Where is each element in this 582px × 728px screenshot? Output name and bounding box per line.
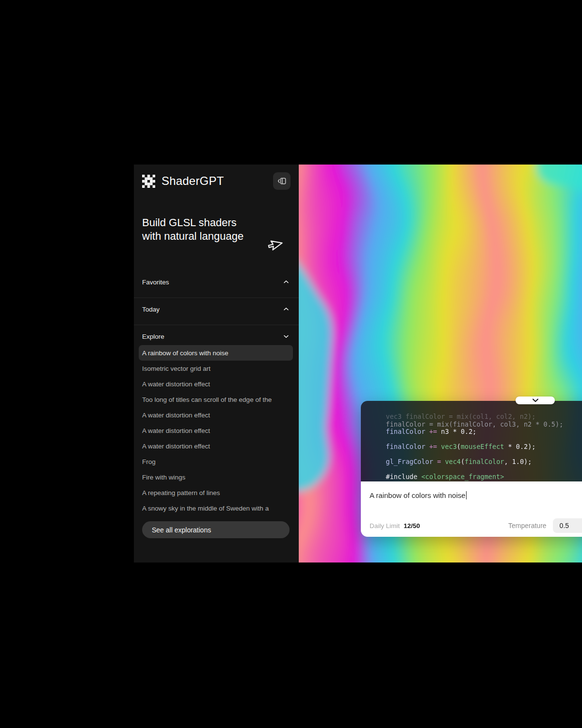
sidebar-item[interactable]: Frog [134, 454, 299, 469]
code-line [370, 466, 582, 474]
temperature-control: Temperature 0.5 [508, 518, 582, 533]
code-line: vec3 finalColor = mix(col1, col2, n2); [370, 413, 582, 421]
code-line: gl_FragColor = vec4(finalColor, 1.0); [370, 458, 582, 466]
temperature-stepper[interactable]: 0.5 [553, 518, 582, 533]
mouse-cursor-icon [266, 237, 283, 255]
tagline-line-1: Build GLSL shaders [142, 216, 243, 230]
code-line [370, 451, 582, 459]
sidebar-nav: Favorites Today Explore A rainbow of co [134, 273, 299, 538]
daily-limit-value: 12/50 [404, 522, 420, 529]
section-divider [134, 298, 299, 298]
prompt-footer: Daily Limit 12/50 Temperature 0.5 [370, 518, 582, 533]
code-line [370, 436, 582, 444]
sidebar-item[interactable]: A snowy sky in the middle of Sweden with… [134, 500, 299, 516]
code-panel: vec3 finalColor = mix(col1, col2, n2); f… [361, 401, 582, 537]
prompt-input[interactable]: A rainbow of colors with noise [370, 491, 467, 499]
section-label: Today [142, 306, 160, 313]
section-today[interactable]: Today [134, 300, 299, 318]
sidebar-item[interactable]: Too long of titles can scroll of the edg… [134, 392, 299, 407]
app-title: ShaderGPT [162, 174, 224, 188]
prompt-text: A rainbow of colors with noise [370, 491, 466, 499]
code-editor[interactable]: vec3 finalColor = mix(col1, col2, n2); f… [361, 401, 582, 481]
sidebar-collapse-button[interactable] [273, 172, 291, 190]
sidebar-item[interactable]: A water distortion effect [134, 438, 299, 454]
sidebar: ShaderGPT Build GLSL shaders with natura… [134, 165, 299, 563]
app-window: ShaderGPT Build GLSL shaders with natura… [134, 165, 582, 563]
tagline-line-2: with natural language [142, 230, 243, 243]
chevron-up-icon [283, 306, 290, 312]
sidebar-item[interactable]: Fire with wings [134, 469, 299, 485]
code-line: finalColor += n3 * 0.2; [370, 428, 582, 436]
section-label: Explore [142, 333, 164, 340]
chevron-down-icon [532, 398, 539, 402]
sidebar-item[interactable]: A water distortion effect [134, 423, 299, 438]
code-lines: vec3 finalColor = mix(col1, col2, n2); f… [370, 413, 582, 481]
code-panel-collapse-button[interactable] [516, 397, 555, 404]
chevron-down-icon [283, 333, 290, 339]
section-explore[interactable]: Explore [134, 328, 299, 345]
code-line: #include <colorspace_fragment> [370, 473, 582, 481]
sidebar-item[interactable]: A water distortion effect [134, 376, 299, 392]
text-caret [466, 491, 467, 499]
temperature-value: 0.5 [560, 522, 582, 529]
daily-limit-label: Daily Limit [370, 522, 400, 529]
code-line: finalColor = mix(finalColor, col3, n2 * … [370, 421, 582, 429]
sidebar-item[interactable]: A water distortion effect [134, 407, 299, 423]
section-label: Favorites [142, 279, 169, 286]
section-divider [134, 325, 299, 325]
temperature-label: Temperature [508, 522, 547, 529]
sidebar-item[interactable]: A rainbow of colors with noise [139, 345, 293, 361]
tagline: Build GLSL shaders with natural language [142, 216, 243, 243]
sidebar-item-list: A rainbow of colors with noiseIsometric … [134, 345, 299, 516]
prompt-panel: A rainbow of colors with noise Daily Lim… [361, 481, 582, 537]
code-line: finalColor += vec3(mouseEffect * 0.2); [370, 443, 582, 451]
see-all-explorations-button[interactable]: See all explorations [142, 521, 290, 538]
panel-collapse-icon [276, 176, 287, 186]
shadergpt-logo-icon [142, 175, 155, 188]
chevron-up-icon [283, 279, 290, 285]
sidebar-item[interactable]: Isometric vector grid art [134, 361, 299, 376]
section-favorites[interactable]: Favorites [134, 273, 299, 291]
shader-preview: vec3 finalColor = mix(col1, col2, n2); f… [299, 165, 582, 563]
sidebar-item[interactable]: A repeating pattern of lines [134, 485, 299, 500]
logo-row: ShaderGPT [142, 172, 291, 190]
